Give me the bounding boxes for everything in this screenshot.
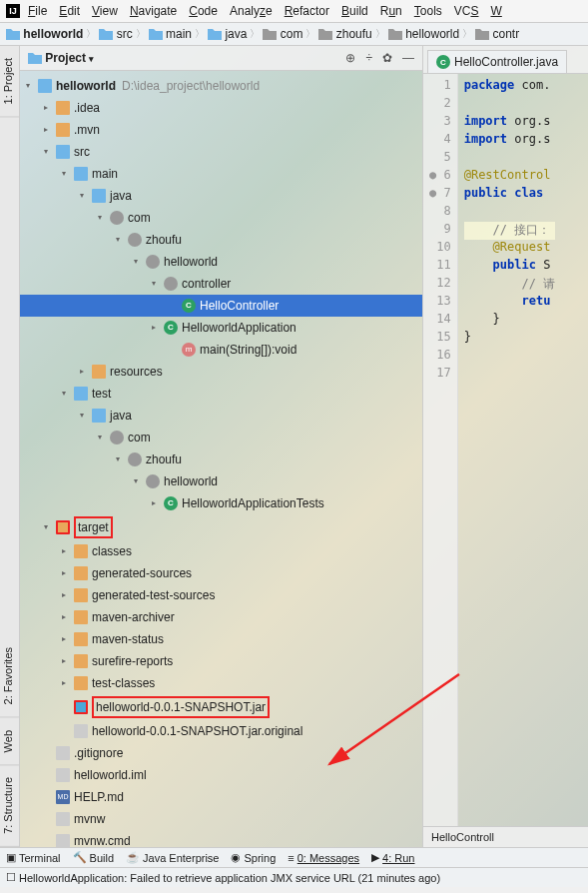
node-main-method[interactable]: main(String[]):void <box>20 339 422 361</box>
node-iml[interactable]: helloworld.iml <box>20 764 422 786</box>
node-help-md[interactable]: HELP.md <box>20 786 422 808</box>
bc-src[interactable]: src <box>99 27 132 41</box>
node-idea[interactable]: ▸.idea <box>20 97 422 119</box>
tab-project[interactable]: 1: Project <box>0 46 19 117</box>
bc-zhoufu[interactable]: zhoufu <box>318 27 371 41</box>
menu-window[interactable]: W <box>490 4 501 18</box>
node-test-classes[interactable]: ▸test-classes <box>20 672 422 694</box>
node-test[interactable]: ▾test <box>20 383 422 405</box>
node-mvn[interactable]: ▸.mvn <box>20 119 422 141</box>
project-panel: Project ⊕ ÷ ✿ — ▾helloworldD:\idea_proje… <box>20 46 423 847</box>
node-resources[interactable]: ▸resources <box>20 361 422 383</box>
node-gen-test-src[interactable]: ▸generated-test-sources <box>20 584 422 606</box>
status-message: HelloworldApplication: Failed to retriev… <box>19 872 582 884</box>
bc-java[interactable]: java <box>208 27 247 41</box>
menu-bar: IJ File Edit View Navigate Code Analyze … <box>0 0 588 23</box>
select-opened-icon[interactable]: ⊕ <box>345 51 355 65</box>
node-target[interactable]: ▾target <box>20 514 422 540</box>
menu-vcs[interactable]: VCS <box>454 4 479 18</box>
line-gutter: 12345● 6● 7891011121314151617 <box>423 74 458 826</box>
status-bar: ☐ HelloworldApplication: Failed to retri… <box>0 867 588 887</box>
menu-tools[interactable]: Tools <box>414 4 442 18</box>
node-jar[interactable]: helloworld-0.0.1-SNAPSHOT.jar <box>20 694 422 720</box>
tab-web[interactable]: Web <box>0 718 19 765</box>
menu-run[interactable]: Run <box>380 4 402 18</box>
menu-refactor[interactable]: Refactor <box>285 4 329 18</box>
editor-breadcrumb[interactable]: HelloControll <box>423 826 588 847</box>
node-test-com[interactable]: ▾com <box>20 427 422 448</box>
bc-main[interactable]: main <box>149 27 192 41</box>
node-jar-orig[interactable]: helloworld-0.0.1-SNAPSHOT.jar.original <box>20 720 422 742</box>
tool-messages[interactable]: ≡ 0: Messages <box>288 852 359 864</box>
tool-run[interactable]: ▶ 4: Run <box>371 851 414 864</box>
node-test-zhoufu[interactable]: ▾zhoufu <box>20 448 422 470</box>
node-main[interactable]: ▾main <box>20 163 422 185</box>
editor-tab[interactable]: HelloController.java <box>427 50 567 73</box>
tab-favorites[interactable]: 2: Favorites <box>0 635 19 717</box>
bc-controller[interactable]: contr <box>475 27 519 41</box>
tool-build[interactable]: 🔨 Build <box>73 851 114 864</box>
node-surefire[interactable]: ▸surefire-reports <box>20 650 422 672</box>
tool-spring[interactable]: ◉ Spring <box>231 851 276 864</box>
menu-analyze[interactable]: Analyze <box>230 4 273 18</box>
node-zhoufu[interactable]: ▾zhoufu <box>20 229 422 251</box>
node-test-hw[interactable]: ▾helloworld <box>20 470 422 492</box>
app-icon: IJ <box>6 4 20 18</box>
project-tree: ▾helloworldD:\idea_project\helloworld ▸.… <box>20 71 422 847</box>
node-classes[interactable]: ▸classes <box>20 540 422 562</box>
node-java[interactable]: ▾java <box>20 185 422 207</box>
menu-navigate[interactable]: Navigate <box>130 4 177 18</box>
node-controller[interactable]: ▾controller <box>20 273 422 295</box>
status-icon: ☐ <box>6 871 16 884</box>
node-helloworld[interactable]: ▾helloworld <box>20 251 422 273</box>
menu-view[interactable]: View <box>92 4 118 18</box>
node-mvnw[interactable]: mvnw <box>20 808 422 830</box>
code-content[interactable]: package com.import org.simport org.s@Res… <box>458 74 561 826</box>
bottom-tool-bar: ▣ Terminal 🔨 Build ☕ Java Enterprise ◉ S… <box>0 847 588 867</box>
menu-file[interactable]: File <box>28 4 47 18</box>
left-tool-tabs: 1: Project 2: Favorites Web 7: Structure <box>0 46 20 847</box>
node-root[interactable]: ▾helloworldD:\idea_project\helloworld <box>20 75 422 97</box>
project-icon <box>28 52 42 64</box>
node-src[interactable]: ▾src <box>20 141 422 163</box>
tab-structure[interactable]: 7: Structure <box>0 765 19 847</box>
settings-icon[interactable]: ✿ <box>382 51 392 65</box>
menu-build[interactable]: Build <box>341 4 368 18</box>
bc-helloworld[interactable]: helloworld <box>6 27 83 41</box>
node-gitignore[interactable]: .gitignore <box>20 742 422 764</box>
bc-com[interactable]: com <box>263 27 302 41</box>
breadcrumb: helloworld〉 src〉 main〉 java〉 com〉 zhoufu… <box>0 23 588 46</box>
node-mvn-status[interactable]: ▸maven-status <box>20 628 422 650</box>
node-gen-src[interactable]: ▸generated-sources <box>20 562 422 584</box>
menu-edit[interactable]: Edit <box>59 4 80 18</box>
bc-helloworld-pkg[interactable]: helloworld <box>388 27 459 41</box>
node-hw-app-tests[interactable]: ▸HelloworldApplicationTests <box>20 492 422 514</box>
tool-terminal[interactable]: ▣ Terminal <box>6 851 61 864</box>
expand-all-icon[interactable]: ÷ <box>365 51 372 65</box>
node-mvn-arch[interactable]: ▸maven-archiver <box>20 606 422 628</box>
hide-icon[interactable]: — <box>402 51 414 65</box>
node-test-java[interactable]: ▾java <box>20 405 422 427</box>
panel-title[interactable]: Project <box>45 51 345 65</box>
node-hello-controller[interactable]: HelloController <box>20 295 422 317</box>
node-hw-app[interactable]: ▸HelloworldApplication <box>20 317 422 339</box>
node-mvnw-cmd[interactable]: mvnw.cmd <box>20 830 422 847</box>
tool-java-ent[interactable]: ☕ Java Enterprise <box>126 851 219 864</box>
editor-panel: HelloController.java 12345● 6● 789101112… <box>423 46 588 847</box>
menu-code[interactable]: Code <box>189 4 218 18</box>
node-com[interactable]: ▾com <box>20 207 422 229</box>
